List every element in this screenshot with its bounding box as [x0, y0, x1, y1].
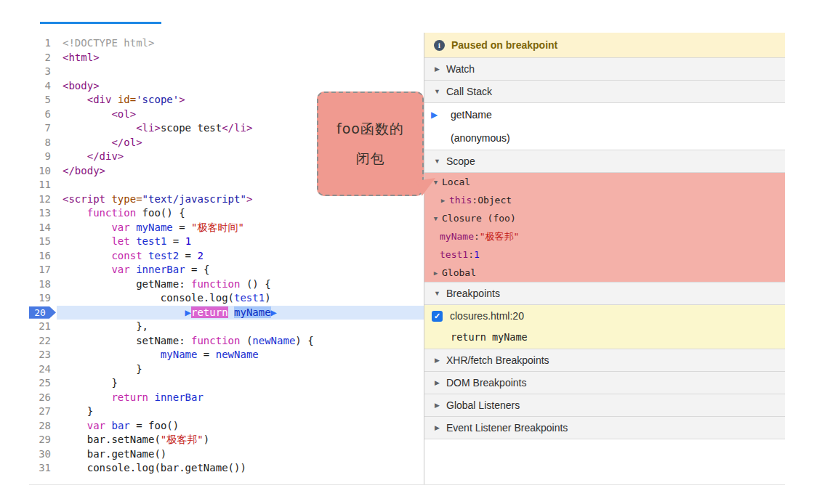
line-number-gutter[interactable]: 27: [29, 405, 57, 419]
code-token: [63, 391, 111, 403]
line-number-gutter[interactable]: 10: [29, 164, 57, 179]
chevron-down-icon[interactable]: [432, 215, 440, 222]
code-token: test2: [148, 250, 179, 261]
code-token: </li>: [222, 122, 252, 134]
section-scope[interactable]: Scope: [424, 150, 785, 173]
section-label: Breakpoints: [446, 288, 500, 299]
frame-name: getName: [451, 109, 492, 121]
line-number-gutter[interactable]: 20: [29, 306, 57, 320]
annotation-bubble: foo函数的 闭包: [317, 92, 424, 196]
colon: :: [472, 195, 478, 206]
code-token: [63, 94, 87, 105]
colon: :: [474, 231, 480, 242]
chevron-right-icon: [433, 379, 441, 386]
code-token: <ol>: [111, 108, 136, 120]
section-event-listener-breakpoints[interactable]: Event Listener Breakpoints: [424, 416, 785, 439]
code-token: >: [179, 94, 185, 105]
chevron-right-icon: [433, 402, 441, 409]
line-number-gutter[interactable]: 18: [29, 277, 57, 292]
active-tab-indicator: [40, 22, 161, 24]
code-line: 23 myName = newName: [29, 348, 424, 362]
call-stack-frame[interactable]: ▶getName: [424, 103, 785, 126]
line-number-gutter[interactable]: 15: [29, 235, 57, 249]
line-number-gutter[interactable]: 5: [29, 93, 57, 107]
line-number-gutter[interactable]: 8: [29, 136, 57, 150]
code-token: 'scope': [136, 94, 179, 105]
scope-entry[interactable]: Closure (foo): [424, 209, 785, 227]
code-line: 20 ▶return myName▶: [29, 306, 424, 320]
line-number-gutter[interactable]: 30: [29, 447, 57, 462]
frame-name: (anonymous): [451, 132, 510, 144]
scope-entry-name: myName: [440, 231, 474, 242]
chevron-right-icon[interactable]: [432, 269, 440, 277]
scope-entry-name: Closure (foo): [442, 213, 516, 224]
line-number-gutter[interactable]: 25: [29, 376, 57, 391]
code-token: newName: [216, 349, 259, 360]
line-number-gutter[interactable]: 16: [29, 249, 57, 264]
code-token: },: [63, 320, 148, 332]
line-number-gutter[interactable]: 24: [29, 362, 57, 377]
scope-entry[interactable]: myName: "极客邦": [424, 227, 785, 245]
section-breakpoints[interactable]: Breakpoints: [424, 282, 785, 305]
scope-entry-value: 1: [474, 249, 480, 260]
code-token: myName: [136, 221, 173, 233]
section-watch[interactable]: Watch: [424, 57, 785, 81]
line-number-gutter[interactable]: 23: [29, 348, 57, 362]
breakpoint-checkbox[interactable]: [432, 311, 443, 322]
code-token: </body>: [63, 165, 105, 176]
line-number-gutter[interactable]: 31: [29, 461, 57, 476]
line-number-gutter[interactable]: 1: [29, 36, 57, 51]
line-number-gutter[interactable]: 2: [29, 51, 57, 65]
annotation-text: 闭包: [356, 150, 385, 168]
code-token: myName: [234, 306, 271, 318]
code-token: 2: [197, 250, 203, 261]
line-number-gutter[interactable]: 29: [29, 433, 57, 447]
scope-entry[interactable]: test1: 1: [424, 245, 785, 264]
section-dom-breakpoints[interactable]: DOM Breakpoints: [424, 371, 785, 394]
chevron-right-icon[interactable]: [439, 197, 447, 204]
line-number-gutter[interactable]: 9: [29, 150, 57, 164]
code-token: getName:: [63, 278, 191, 290]
code-token: newName: [252, 335, 295, 346]
line-number-gutter[interactable]: 11: [29, 178, 57, 192]
code-line: 19 console.log(test1): [29, 291, 424, 306]
scope-entry[interactable]: Global: [424, 264, 785, 282]
line-number-gutter[interactable]: 6: [29, 107, 57, 122]
line-number-gutter[interactable]: 28: [29, 419, 57, 434]
code-line: 31 console.log(bar.getName()): [29, 461, 424, 476]
line-number-gutter[interactable]: 13: [29, 206, 57, 221]
code-token: test1: [136, 235, 166, 247]
breakpoint-badge[interactable]: 20: [29, 306, 56, 319]
section-label: Watch: [446, 63, 475, 75]
section-xhr-fetch-breakpoints[interactable]: XHR/fetch Breakpoints: [424, 349, 785, 372]
code-token: [63, 264, 111, 275]
chevron-down-icon: [433, 290, 441, 297]
scope-entry[interactable]: this: Object: [424, 191, 785, 209]
code-text: <!DOCTYPE html>: [57, 36, 424, 51]
code-token: setName:: [63, 335, 191, 346]
line-number-gutter[interactable]: 19: [29, 291, 57, 306]
chevron-right-icon: [433, 424, 441, 431]
line-number-gutter[interactable]: 3: [29, 65, 57, 79]
code-token: =: [166, 235, 185, 247]
line-number-gutter[interactable]: 26: [29, 391, 57, 405]
call-stack-frame[interactable]: (anonymous): [424, 126, 785, 150]
line-number-gutter[interactable]: 12: [29, 192, 57, 207]
line-number-gutter[interactable]: 17: [29, 263, 57, 277]
code-line: 28 var bar = foo(): [29, 419, 424, 434]
scope-entry[interactable]: Local: [424, 173, 785, 191]
breakpoint-location[interactable]: closures.html:20: [450, 310, 524, 322]
chevron-right-icon: [433, 357, 441, 364]
code-text: },: [57, 320, 424, 334]
code-line: 3: [29, 65, 424, 79]
line-number-gutter[interactable]: 22: [29, 334, 57, 349]
code-token: var: [87, 420, 105, 431]
line-number-gutter[interactable]: 4: [29, 79, 57, 94]
code-text: [57, 65, 424, 79]
line-number-gutter[interactable]: 7: [29, 121, 57, 136]
line-number-gutter[interactable]: 21: [29, 320, 57, 334]
section-call-stack[interactable]: Call Stack: [424, 80, 785, 103]
line-number-gutter[interactable]: 14: [29, 221, 57, 235]
code-line: 18 getName: function () {: [29, 277, 424, 292]
section-global-listeners[interactable]: Global Listeners: [424, 394, 785, 417]
